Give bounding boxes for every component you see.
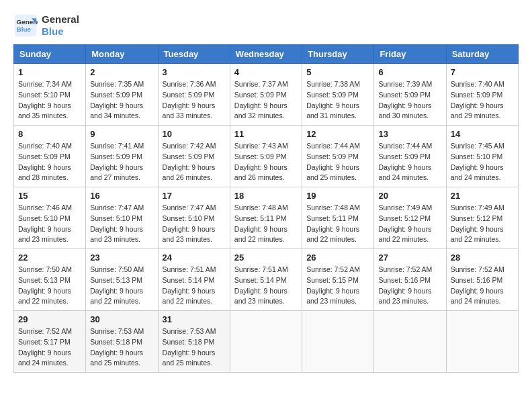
day-number: 23 [90,253,153,263]
day-detail: Sunrise: 7:44 AMSunset: 5:09 PMDaylight:… [378,142,432,181]
calendar-day-cell [374,311,446,373]
day-number: 9 [90,129,153,139]
day-detail: Sunrise: 7:52 AMSunset: 5:16 PMDaylight:… [451,265,504,305]
day-number: 22 [18,253,81,263]
day-number: 26 [306,253,369,263]
weekday-header-cell: Monday [86,45,158,64]
calendar-day-cell: 29 Sunrise: 7:52 AMSunset: 5:17 PMDaylig… [14,311,86,373]
day-number: 10 [163,129,226,139]
day-detail: Sunrise: 7:41 AMSunset: 5:09 PMDaylight:… [90,142,144,181]
day-detail: Sunrise: 7:37 AMSunset: 5:09 PMDaylight:… [234,80,288,120]
day-number: 25 [234,253,298,263]
day-number: 29 [18,314,81,324]
calendar-week-row: 29 Sunrise: 7:52 AMSunset: 5:17 PMDaylig… [14,311,519,373]
calendar-day-cell: 16 Sunrise: 7:47 AMSunset: 5:10 PMDaylig… [86,187,158,249]
calendar-week-row: 22 Sunrise: 7:50 AMSunset: 5:13 PMDaylig… [14,249,519,311]
calendar-day-cell: 28 Sunrise: 7:52 AMSunset: 5:16 PMDaylig… [446,249,518,311]
day-detail: Sunrise: 7:47 AMSunset: 5:10 PMDaylight:… [163,203,216,243]
weekday-header-cell: Thursday [302,45,374,64]
day-number: 2 [90,67,153,77]
day-number: 15 [18,191,81,201]
day-detail: Sunrise: 7:48 AMSunset: 5:11 PMDaylight:… [234,203,288,243]
calendar-day-cell: 11 Sunrise: 7:43 AMSunset: 5:09 PMDaylig… [230,126,302,187]
day-number: 6 [378,67,441,77]
day-detail: Sunrise: 7:48 AMSunset: 5:11 PMDaylight:… [306,203,360,243]
day-number: 5 [306,67,369,77]
day-detail: Sunrise: 7:52 AMSunset: 5:16 PMDaylight:… [378,265,432,305]
day-detail: Sunrise: 7:49 AMSunset: 5:12 PMDaylight:… [451,203,504,243]
weekday-header-cell: Tuesday [158,45,230,64]
day-detail: Sunrise: 7:35 AMSunset: 5:09 PMDaylight:… [90,80,144,120]
day-detail: Sunrise: 7:53 AMSunset: 5:18 PMDaylight:… [163,327,216,367]
day-number: 1 [18,67,81,77]
weekday-header-cell: Friday [374,45,446,64]
day-detail: Sunrise: 7:38 AMSunset: 5:09 PMDaylight:… [306,80,360,120]
calendar-day-cell: 17 Sunrise: 7:47 AMSunset: 5:10 PMDaylig… [158,187,230,249]
day-number: 24 [163,253,226,263]
calendar-day-cell: 26 Sunrise: 7:52 AMSunset: 5:15 PMDaylig… [302,249,374,311]
day-detail: Sunrise: 7:44 AMSunset: 5:09 PMDaylight:… [306,142,360,181]
day-number: 18 [234,191,298,201]
logo: General Blue GeneralBlue [13,13,79,38]
day-number: 16 [90,191,153,201]
calendar-day-cell: 5 Sunrise: 7:38 AMSunset: 5:09 PMDayligh… [302,64,374,126]
day-number: 27 [378,253,441,263]
calendar-week-row: 1 Sunrise: 7:34 AMSunset: 5:10 PMDayligh… [14,64,519,126]
day-detail: Sunrise: 7:49 AMSunset: 5:12 PMDaylight:… [378,203,432,243]
calendar-day-cell: 25 Sunrise: 7:51 AMSunset: 5:14 PMDaylig… [230,249,302,311]
weekday-header-cell: Saturday [446,45,518,64]
day-number: 17 [163,191,226,201]
logo-text: GeneralBlue [42,13,79,38]
weekday-header-cell: Sunday [14,45,86,64]
day-number: 7 [451,67,514,77]
day-detail: Sunrise: 7:51 AMSunset: 5:14 PMDaylight:… [234,265,288,305]
calendar-day-cell: 8 Sunrise: 7:40 AMSunset: 5:09 PMDayligh… [14,126,86,187]
day-number: 3 [163,67,226,77]
calendar-day-cell [230,311,302,373]
day-detail: Sunrise: 7:40 AMSunset: 5:09 PMDaylight:… [451,80,504,120]
day-detail: Sunrise: 7:40 AMSunset: 5:09 PMDaylight:… [18,142,72,181]
calendar-day-cell: 10 Sunrise: 7:42 AMSunset: 5:09 PMDaylig… [158,126,230,187]
day-detail: Sunrise: 7:42 AMSunset: 5:09 PMDaylight:… [163,142,216,181]
calendar-day-cell [446,311,518,373]
calendar-day-cell: 20 Sunrise: 7:49 AMSunset: 5:12 PMDaylig… [374,187,446,249]
day-detail: Sunrise: 7:53 AMSunset: 5:18 PMDaylight:… [90,327,144,367]
day-number: 28 [451,253,514,263]
calendar-day-cell: 31 Sunrise: 7:53 AMSunset: 5:18 PMDaylig… [158,311,230,373]
calendar-day-cell: 19 Sunrise: 7:48 AMSunset: 5:11 PMDaylig… [302,187,374,249]
calendar-table: SundayMondayTuesdayWednesdayThursdayFrid… [13,44,519,373]
day-number: 8 [18,129,81,139]
day-detail: Sunrise: 7:34 AMSunset: 5:10 PMDaylight:… [18,80,72,120]
calendar-day-cell: 24 Sunrise: 7:51 AMSunset: 5:14 PMDaylig… [158,249,230,311]
day-number: 13 [378,129,441,139]
calendar-day-cell: 3 Sunrise: 7:36 AMSunset: 5:09 PMDayligh… [158,64,230,126]
day-number: 11 [234,129,298,139]
day-number: 30 [90,314,153,324]
logo-icon: General Blue [13,13,38,38]
day-detail: Sunrise: 7:52 AMSunset: 5:17 PMDaylight:… [18,327,72,367]
day-detail: Sunrise: 7:43 AMSunset: 5:09 PMDaylight:… [234,142,288,181]
calendar-week-row: 8 Sunrise: 7:40 AMSunset: 5:09 PMDayligh… [14,126,519,187]
calendar-day-cell: 12 Sunrise: 7:44 AMSunset: 5:09 PMDaylig… [302,126,374,187]
calendar-day-cell: 23 Sunrise: 7:50 AMSunset: 5:13 PMDaylig… [86,249,158,311]
svg-text:Blue: Blue [17,26,32,33]
day-detail: Sunrise: 7:39 AMSunset: 5:09 PMDaylight:… [378,80,432,120]
calendar-day-cell [302,311,374,373]
calendar-day-cell: 1 Sunrise: 7:34 AMSunset: 5:10 PMDayligh… [14,64,86,126]
day-number: 14 [451,129,514,139]
day-detail: Sunrise: 7:50 AMSunset: 5:13 PMDaylight:… [90,265,144,305]
calendar-day-cell: 13 Sunrise: 7:44 AMSunset: 5:09 PMDaylig… [374,126,446,187]
day-detail: Sunrise: 7:47 AMSunset: 5:10 PMDaylight:… [90,203,144,243]
calendar-day-cell: 30 Sunrise: 7:53 AMSunset: 5:18 PMDaylig… [86,311,158,373]
weekday-header-cell: Wednesday [230,45,302,64]
calendar-day-cell: 15 Sunrise: 7:46 AMSunset: 5:10 PMDaylig… [14,187,86,249]
calendar-day-cell: 7 Sunrise: 7:40 AMSunset: 5:09 PMDayligh… [446,64,518,126]
day-detail: Sunrise: 7:45 AMSunset: 5:10 PMDaylight:… [451,142,504,181]
day-detail: Sunrise: 7:51 AMSunset: 5:14 PMDaylight:… [163,265,216,305]
day-number: 21 [451,191,514,201]
calendar-week-row: 15 Sunrise: 7:46 AMSunset: 5:10 PMDaylig… [14,187,519,249]
calendar-day-cell: 6 Sunrise: 7:39 AMSunset: 5:09 PMDayligh… [374,64,446,126]
day-detail: Sunrise: 7:36 AMSunset: 5:09 PMDaylight:… [163,80,216,120]
day-detail: Sunrise: 7:52 AMSunset: 5:15 PMDaylight:… [306,265,360,305]
day-detail: Sunrise: 7:46 AMSunset: 5:10 PMDaylight:… [18,203,72,243]
